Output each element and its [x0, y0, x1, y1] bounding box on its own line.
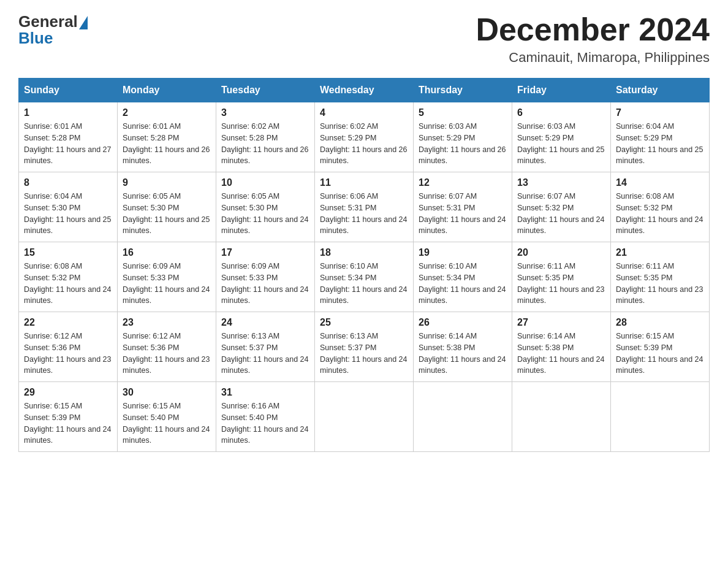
- calendar-cell: [315, 382, 414, 452]
- day-info: Sunrise: 6:07 AMSunset: 5:32 PMDaylight:…: [517, 191, 605, 237]
- column-header-thursday: Thursday: [414, 79, 512, 102]
- calendar-cell: 3Sunrise: 6:02 AMSunset: 5:28 PMDaylight…: [216, 102, 315, 172]
- calendar-cell: 7Sunrise: 6:04 AMSunset: 5:29 PMDaylight…: [611, 102, 710, 172]
- calendar-cell: 21Sunrise: 6:11 AMSunset: 5:35 PMDayligh…: [611, 242, 710, 312]
- day-number: 5: [419, 107, 507, 118]
- day-number: 13: [517, 177, 605, 188]
- day-info: Sunrise: 6:11 AMSunset: 5:35 PMDaylight:…: [517, 261, 605, 307]
- column-header-saturday: Saturday: [611, 79, 710, 102]
- calendar-cell: 16Sunrise: 6:09 AMSunset: 5:33 PMDayligh…: [118, 242, 216, 312]
- calendar-cell: 15Sunrise: 6:08 AMSunset: 5:32 PMDayligh…: [19, 242, 118, 312]
- calendar-cell: 12Sunrise: 6:07 AMSunset: 5:31 PMDayligh…: [414, 172, 512, 242]
- day-info: Sunrise: 6:15 AMSunset: 5:40 PMDaylight:…: [123, 400, 211, 446]
- calendar-cell: 20Sunrise: 6:11 AMSunset: 5:35 PMDayligh…: [512, 242, 611, 312]
- day-info: Sunrise: 6:11 AMSunset: 5:35 PMDaylight:…: [616, 261, 704, 307]
- day-info: Sunrise: 6:14 AMSunset: 5:38 PMDaylight:…: [517, 331, 605, 377]
- calendar-cell: 22Sunrise: 6:12 AMSunset: 5:36 PMDayligh…: [19, 312, 118, 382]
- calendar-cell: 6Sunrise: 6:03 AMSunset: 5:29 PMDaylight…: [512, 102, 611, 172]
- calendar-cell: 18Sunrise: 6:10 AMSunset: 5:34 PMDayligh…: [315, 242, 414, 312]
- day-number: 11: [320, 177, 408, 188]
- day-number: 3: [221, 107, 309, 118]
- calendar-cell: [611, 382, 710, 452]
- day-info: Sunrise: 6:03 AMSunset: 5:29 PMDaylight:…: [517, 121, 605, 167]
- day-info: Sunrise: 6:02 AMSunset: 5:29 PMDaylight:…: [320, 121, 408, 167]
- calendar-header-row: SundayMondayTuesdayWednesdayThursdayFrid…: [19, 79, 710, 102]
- day-info: Sunrise: 6:13 AMSunset: 5:37 PMDaylight:…: [320, 331, 408, 377]
- day-info: Sunrise: 6:15 AMSunset: 5:39 PMDaylight:…: [616, 331, 704, 377]
- day-info: Sunrise: 6:10 AMSunset: 5:34 PMDaylight:…: [320, 261, 408, 307]
- calendar-cell: 30Sunrise: 6:15 AMSunset: 5:40 PMDayligh…: [118, 382, 216, 452]
- day-number: 31: [221, 387, 309, 398]
- column-header-tuesday: Tuesday: [216, 79, 315, 102]
- day-number: 17: [221, 247, 309, 258]
- day-number: 23: [123, 317, 211, 328]
- day-number: 19: [419, 247, 507, 258]
- calendar-cell: 31Sunrise: 6:16 AMSunset: 5:40 PMDayligh…: [216, 382, 315, 452]
- calendar-cell: 4Sunrise: 6:02 AMSunset: 5:29 PMDaylight…: [315, 102, 414, 172]
- day-number: 8: [24, 177, 112, 188]
- day-info: Sunrise: 6:02 AMSunset: 5:28 PMDaylight:…: [221, 121, 309, 167]
- title-block: December 2024 Caminauit, Mimaropa, Phili…: [476, 12, 710, 66]
- calendar-cell: 25Sunrise: 6:13 AMSunset: 5:37 PMDayligh…: [315, 312, 414, 382]
- day-info: Sunrise: 6:04 AMSunset: 5:29 PMDaylight:…: [616, 121, 704, 167]
- calendar-cell: 14Sunrise: 6:08 AMSunset: 5:32 PMDayligh…: [611, 172, 710, 242]
- calendar-cell: 11Sunrise: 6:06 AMSunset: 5:31 PMDayligh…: [315, 172, 414, 242]
- day-number: 16: [123, 247, 211, 258]
- calendar-cell: 28Sunrise: 6:15 AMSunset: 5:39 PMDayligh…: [611, 312, 710, 382]
- day-number: 12: [419, 177, 507, 188]
- calendar-cell: 1Sunrise: 6:01 AMSunset: 5:28 PMDaylight…: [19, 102, 118, 172]
- column-header-sunday: Sunday: [19, 79, 118, 102]
- day-number: 24: [221, 317, 309, 328]
- day-info: Sunrise: 6:01 AMSunset: 5:28 PMDaylight:…: [24, 121, 112, 167]
- day-number: 1: [24, 107, 112, 118]
- calendar-week-row: 8Sunrise: 6:04 AMSunset: 5:30 PMDaylight…: [19, 172, 710, 242]
- logo: General Blue: [18, 12, 88, 48]
- day-info: Sunrise: 6:12 AMSunset: 5:36 PMDaylight:…: [123, 331, 211, 377]
- calendar-cell: 10Sunrise: 6:05 AMSunset: 5:30 PMDayligh…: [216, 172, 315, 242]
- calendar-cell: 13Sunrise: 6:07 AMSunset: 5:32 PMDayligh…: [512, 172, 611, 242]
- day-number: 4: [320, 107, 408, 118]
- day-number: 18: [320, 247, 408, 258]
- day-info: Sunrise: 6:16 AMSunset: 5:40 PMDaylight:…: [221, 400, 309, 446]
- day-info: Sunrise: 6:09 AMSunset: 5:33 PMDaylight:…: [123, 261, 211, 307]
- location-subtitle: Caminauit, Mimaropa, Philippines: [476, 50, 710, 66]
- calendar-cell: 2Sunrise: 6:01 AMSunset: 5:28 PMDaylight…: [118, 102, 216, 172]
- calendar-cell: [512, 382, 611, 452]
- day-number: 2: [123, 107, 211, 118]
- calendar-week-row: 1Sunrise: 6:01 AMSunset: 5:28 PMDaylight…: [19, 102, 710, 172]
- day-info: Sunrise: 6:05 AMSunset: 5:30 PMDaylight:…: [123, 191, 211, 237]
- logo-triangle-icon: [79, 16, 88, 29]
- day-number: 10: [221, 177, 309, 188]
- calendar-cell: 23Sunrise: 6:12 AMSunset: 5:36 PMDayligh…: [118, 312, 216, 382]
- day-info: Sunrise: 6:04 AMSunset: 5:30 PMDaylight:…: [24, 191, 112, 237]
- day-info: Sunrise: 6:01 AMSunset: 5:28 PMDaylight:…: [123, 121, 211, 167]
- calendar-cell: [414, 382, 512, 452]
- day-info: Sunrise: 6:05 AMSunset: 5:30 PMDaylight:…: [221, 191, 309, 237]
- calendar-cell: 9Sunrise: 6:05 AMSunset: 5:30 PMDaylight…: [118, 172, 216, 242]
- column-header-wednesday: Wednesday: [315, 79, 414, 102]
- calendar-week-row: 29Sunrise: 6:15 AMSunset: 5:39 PMDayligh…: [19, 382, 710, 452]
- column-header-friday: Friday: [512, 79, 611, 102]
- day-info: Sunrise: 6:07 AMSunset: 5:31 PMDaylight:…: [419, 191, 507, 237]
- day-number: 14: [616, 177, 704, 188]
- logo-blue-text: Blue: [18, 29, 53, 48]
- day-number: 15: [24, 247, 112, 258]
- day-number: 27: [517, 317, 605, 328]
- day-number: 22: [24, 317, 112, 328]
- calendar-cell: 29Sunrise: 6:15 AMSunset: 5:39 PMDayligh…: [19, 382, 118, 452]
- day-info: Sunrise: 6:06 AMSunset: 5:31 PMDaylight:…: [320, 191, 408, 237]
- day-info: Sunrise: 6:14 AMSunset: 5:38 PMDaylight:…: [419, 331, 507, 377]
- day-info: Sunrise: 6:09 AMSunset: 5:33 PMDaylight:…: [221, 261, 309, 307]
- day-number: 30: [123, 387, 211, 398]
- calendar-table: SundayMondayTuesdayWednesdayThursdayFrid…: [18, 78, 710, 452]
- day-info: Sunrise: 6:13 AMSunset: 5:37 PMDaylight:…: [221, 331, 309, 377]
- day-number: 25: [320, 317, 408, 328]
- day-number: 29: [24, 387, 112, 398]
- day-info: Sunrise: 6:15 AMSunset: 5:39 PMDaylight:…: [24, 400, 112, 446]
- calendar-week-row: 22Sunrise: 6:12 AMSunset: 5:36 PMDayligh…: [19, 312, 710, 382]
- calendar-cell: 19Sunrise: 6:10 AMSunset: 5:34 PMDayligh…: [414, 242, 512, 312]
- day-number: 21: [616, 247, 704, 258]
- calendar-cell: 27Sunrise: 6:14 AMSunset: 5:38 PMDayligh…: [512, 312, 611, 382]
- day-info: Sunrise: 6:10 AMSunset: 5:34 PMDaylight:…: [419, 261, 507, 307]
- day-number: 7: [616, 107, 704, 118]
